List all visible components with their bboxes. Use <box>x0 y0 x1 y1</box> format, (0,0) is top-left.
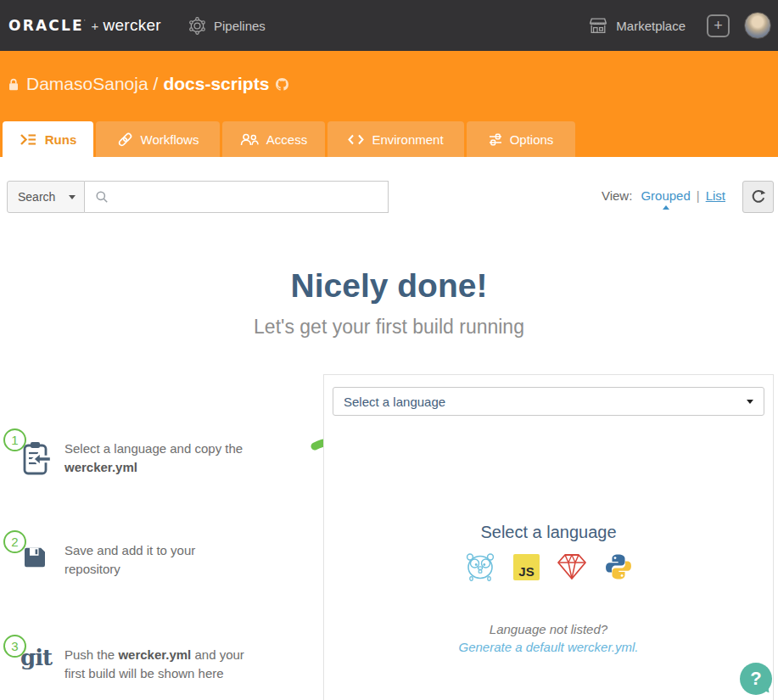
language-heading: Select a language <box>324 523 773 542</box>
repo-name: docs-scripts <box>163 74 269 94</box>
repo-tabbar: Runs Workflows Access <box>3 121 575 157</box>
language-select[interactable]: Select a language <box>333 387 764 416</box>
runs-icon <box>20 133 37 146</box>
search-group: Search <box>7 181 389 213</box>
tab-options-label: Options <box>510 132 554 147</box>
hero: Nicely done! Let's get your first build … <box>0 266 778 339</box>
tab-options[interactable]: Options <box>467 121 575 157</box>
nav-item-marketplace[interactable]: Marketplace <box>589 17 686 34</box>
ruby-icon[interactable] <box>557 553 587 580</box>
marketplace-label: Marketplace <box>616 19 686 33</box>
top-navbar: ORACLE ’ + wercker Pipelines <box>0 0 778 51</box>
wercker-app: ORACLE ’ + wercker Pipelines <box>0 0 778 700</box>
step-number-badge: 1 <box>3 428 26 451</box>
view-grouped-link[interactable]: Grouped <box>641 188 690 203</box>
refresh-icon <box>751 189 766 204</box>
search-scope-label: Search <box>18 190 55 204</box>
tab-access-label: Access <box>266 132 307 147</box>
javascript-label: JS <box>513 554 540 580</box>
search-scope-dropdown[interactable]: Search <box>7 181 85 213</box>
tab-workflows-label: Workflows <box>141 132 199 147</box>
clipboard-arrow-icon <box>22 440 51 476</box>
oracle-wercker-logo[interactable]: ORACLE ’ + wercker <box>8 16 161 35</box>
step-text-part: Save and add it to your repository <box>64 543 195 576</box>
page-subtitle: Let's get your first build running <box>0 316 778 339</box>
runs-toolbar: Search View: Grouped | List <box>0 181 778 215</box>
language-panel: Select a language Select a language <box>323 374 774 700</box>
golang-icon[interactable] <box>464 552 496 582</box>
search-input[interactable] <box>115 189 388 204</box>
step-text-bold: wercker.yml <box>64 460 137 474</box>
navbar-right-group: Marketplace + <box>589 12 771 39</box>
step-text: Select a language and copy the wercker.y… <box>64 428 249 477</box>
step-number-badge: 2 <box>3 530 26 553</box>
user-avatar[interactable] <box>744 12 771 39</box>
view-label: View: <box>602 188 632 203</box>
generate-wercker-yml-link[interactable]: Generate a default wercker.yml. <box>324 640 773 654</box>
wercker-logo-text: wercker <box>103 16 161 35</box>
repo-header: DamasoSanoja / docs-scripts Runs <box>0 51 778 157</box>
step-text: Save and add it to your repository <box>64 530 249 579</box>
search-box <box>85 181 389 213</box>
language-not-listed-text: Language not listed? <box>324 622 773 636</box>
tab-environment[interactable]: Environment <box>327 121 464 157</box>
help-button[interactable]: ? <box>740 663 772 695</box>
step-text-bold: wercker.yml <box>118 647 191 662</box>
tab-runs-label: Runs <box>45 132 77 147</box>
page-title: Nicely done! <box>0 266 778 305</box>
language-icons-row: JS <box>324 551 773 583</box>
pipelines-icon <box>188 17 206 35</box>
view-controls: View: Grouped | List <box>602 188 725 203</box>
tab-environment-label: Environment <box>372 132 443 147</box>
github-icon <box>276 78 288 91</box>
oracle-logo-text: ORACLE <box>8 17 84 34</box>
tab-workflows[interactable]: Workflows <box>96 121 220 157</box>
save-disk-icon <box>22 546 46 569</box>
view-separator: | <box>697 188 700 203</box>
environment-icon <box>348 134 364 145</box>
access-icon <box>240 133 259 146</box>
chevron-down-icon <box>69 195 76 199</box>
repo-title: DamasoSanoja / docs-scripts <box>8 74 288 94</box>
repo-owner[interactable]: DamasoSanoja <box>26 74 148 94</box>
options-icon <box>489 133 502 146</box>
oracle-trademark: ’ <box>84 18 86 25</box>
add-application-button[interactable]: + <box>707 14 730 37</box>
repo-separator: / <box>154 74 159 94</box>
marketplace-icon <box>589 17 607 34</box>
javascript-icon[interactable]: JS <box>513 554 540 580</box>
step-text: Push the wercker.yml and your first buil… <box>64 635 249 683</box>
step-text-part: Push the <box>64 647 118 662</box>
logo-plus-sign: + <box>92 19 99 33</box>
search-icon <box>95 190 109 204</box>
step-number-badge: 3 <box>3 635 26 658</box>
tab-runs[interactable]: Runs <box>3 121 93 157</box>
tab-access[interactable]: Access <box>222 121 325 157</box>
step-text-part: Select a language and copy the <box>64 441 243 456</box>
step-save-repository: 2 Save and add it to your repository <box>0 530 288 579</box>
step-select-language: 1 Select a language and copy the wercker… <box>0 428 288 477</box>
pipelines-label: Pipelines <box>214 19 266 33</box>
language-select-value: Select a language <box>344 395 445 409</box>
step-push-build: 3 git Push the wercker.yml and your firs… <box>0 635 288 683</box>
python-icon[interactable] <box>604 552 633 581</box>
refresh-button[interactable] <box>742 181 774 213</box>
lock-icon <box>8 78 19 91</box>
view-list-link[interactable]: List <box>706 188 725 203</box>
nav-item-pipelines[interactable]: Pipelines <box>188 17 266 35</box>
workflows-icon <box>117 132 133 148</box>
chevron-down-icon <box>747 400 753 404</box>
